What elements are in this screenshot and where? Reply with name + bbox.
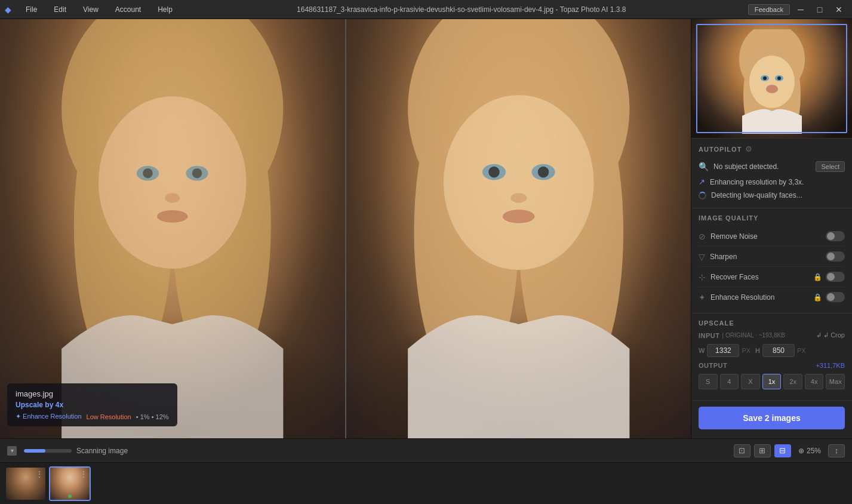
remove-noise-row: ⊘ Remove Noise (699, 226, 845, 247)
svg-point-28 (766, 85, 778, 93)
crop-button[interactable]: ↲ ↲ Crop (816, 331, 845, 339)
remove-noise-toggle[interactable] (826, 231, 845, 241)
scale-4-button[interactable]: 4 (720, 374, 739, 389)
title-bar: ◆ File Edit View Account Help 1648631187… (0, 0, 852, 19)
thumbnail-section (691, 19, 852, 139)
menu-view[interactable]: View (81, 4, 101, 15)
title-text: 1648631187_3-krasavica-info-p-krasivie-d… (297, 5, 626, 14)
detecting-row: Detecting low-quality faces... (699, 189, 845, 202)
enhancing-row: ↗ Enhancing resolution by 3,3x. (699, 175, 845, 189)
detecting-spinner-icon (699, 192, 706, 199)
zoom-icon: ⊕ (798, 447, 804, 455)
thumbnail-image (691, 19, 852, 138)
svg-point-19 (502, 210, 534, 223)
bottom-bar: ▾ Scanning image ⊡ ⊞ ⊟ ⊕ 25% ↕ (0, 438, 852, 462)
select-button[interactable]: Select (816, 161, 845, 172)
sharpen-icon: ▽ (699, 252, 705, 262)
svg-point-13 (443, 95, 593, 270)
filmstrip-item-1[interactable]: ⋮ (5, 466, 47, 501)
enhance-tag: ✦ Enhance Resolution (16, 413, 82, 420)
enhance-resolution-icon: ✦ (699, 293, 706, 302)
feedback-button[interactable]: Feedback (748, 4, 790, 15)
height-input[interactable] (762, 344, 795, 357)
recover-faces-label: Recover Faces (710, 273, 759, 281)
sharpen-row: ▽ Sharpen (699, 247, 845, 267)
width-input[interactable] (707, 344, 739, 357)
scale-1x-button[interactable]: 1x (762, 374, 782, 389)
enhancing-text: Enhancing resolution by 3,3x. (710, 178, 804, 186)
sharpen-label: Sharpen (710, 253, 737, 261)
scale-x-button[interactable]: X (741, 374, 760, 389)
menu-help[interactable]: Help (155, 4, 175, 15)
zoom-control: ⊕ 25% (798, 447, 821, 455)
image-panel-original: images.jpg Upscale by 4x ✦ Enhance Resol… (0, 19, 346, 438)
zoom-value: 25% (807, 447, 821, 455)
panel-toggle-button[interactable]: ▾ (7, 446, 17, 456)
recover-faces-lock-icon: 🔒 (813, 273, 822, 281)
save-button[interactable]: Save 2 images (699, 407, 845, 429)
output-row: OUTPUT +311,7KB (699, 362, 845, 369)
sharpen-toggle[interactable] (826, 251, 845, 262)
info-tags: ✦ Enhance Resolution Low Resolution • 1%… (16, 413, 169, 420)
enhance-resolution-label: Enhance Resolution (710, 293, 774, 302)
image-quality-section: IMAGE QUALITY ⊘ Remove Noise ▽ Sharpen (691, 208, 852, 314)
input-label: INPUT (699, 332, 720, 339)
progress-container: Scanning image (24, 447, 128, 455)
quality-title: IMAGE QUALITY (699, 214, 758, 222)
menu-bar: ◆ File Edit View Account Help (5, 4, 175, 15)
window-controls: Feedback ─ □ ✕ (748, 4, 847, 16)
recover-faces-toggle[interactable] (826, 272, 845, 282)
view-compare-button[interactable]: ⊟ (774, 444, 791, 457)
autopilot-gear-icon[interactable]: ⚙ (745, 145, 752, 153)
maximize-button[interactable]: □ (811, 4, 828, 16)
original-badge: | ORIGINAL · ~193,8KB (722, 332, 785, 339)
filmstrip: ⋮ ⋮ (0, 462, 852, 504)
subject-icon: 🔍 (699, 162, 709, 171)
minimize-button[interactable]: ─ (792, 4, 809, 16)
upscale-label: Upscale by 4x (16, 401, 169, 409)
filmstrip-menu-2[interactable]: ⋮ (79, 469, 88, 479)
menu-account[interactable]: Account (113, 4, 143, 15)
zoom-fit-button[interactable]: ↕ (828, 444, 845, 457)
crop-icon: ↲ (816, 331, 822, 339)
crop-label: ↲ Crop (823, 331, 845, 339)
dimension-row: W PX H PX (699, 344, 845, 357)
svg-point-8 (165, 193, 180, 203)
autopilot-subject-row: 🔍 No subject detected. Select (699, 158, 845, 175)
view-single-button[interactable]: ⊡ (734, 444, 751, 457)
autopilot-section: AUTOPILOT ⚙ 🔍 No subject detected. Selec… (691, 139, 852, 208)
filmstrip-menu-1[interactable]: ⋮ (35, 469, 44, 479)
scale-2x-button[interactable]: 2x (783, 374, 802, 389)
enhance-resolution-row: ✦ Enhance Resolution 🔒 (699, 287, 845, 307)
enhance-resolution-lock-icon: 🔒 (813, 293, 822, 302)
quality-header: IMAGE QUALITY (699, 214, 845, 222)
resolution-tag: Low Resolution (87, 413, 131, 420)
percent-tag: • 1% • 12% (136, 413, 169, 420)
remove-noise-label: Remove Noise (710, 232, 758, 241)
detecting-text: Detecting low-quality faces... (711, 191, 802, 199)
view-controls: ⊡ ⊞ ⊟ (734, 444, 791, 457)
window-title: 1648631187_3-krasavica-info-p-krasivie-d… (297, 5, 626, 14)
svg-point-23 (749, 56, 795, 108)
height-label: H (755, 347, 760, 354)
no-subject-text: No subject detected. (713, 162, 779, 171)
image-info-overlay: images.jpg Upscale by 4x ✦ Enhance Resol… (7, 383, 177, 426)
scale-s-button[interactable]: S (699, 374, 718, 389)
scale-buttons: S 4 X 1x 2x 4x Max (699, 374, 845, 389)
filmstrip-item-2[interactable]: ⋮ (49, 466, 91, 501)
app-logo: ◆ (5, 5, 11, 14)
canvas-area: images.jpg Upscale by 4x ✦ Enhance Resol… (0, 19, 691, 438)
view-split-button[interactable]: ⊞ (754, 444, 771, 457)
menu-file[interactable]: File (23, 4, 39, 15)
image-panel-processed (346, 19, 691, 438)
menu-edit[interactable]: Edit (51, 4, 69, 15)
original-image (0, 19, 345, 438)
width-unit: PX (742, 347, 751, 354)
height-unit: PX (797, 347, 806, 354)
remove-noise-icon: ⊘ (699, 232, 706, 241)
enhance-resolution-toggle[interactable] (826, 292, 845, 302)
close-button[interactable]: ✕ (831, 4, 847, 16)
scale-max-button[interactable]: Max (826, 374, 845, 389)
processed-image (346, 19, 691, 438)
scale-4x-button[interactable]: 4x (805, 374, 824, 389)
